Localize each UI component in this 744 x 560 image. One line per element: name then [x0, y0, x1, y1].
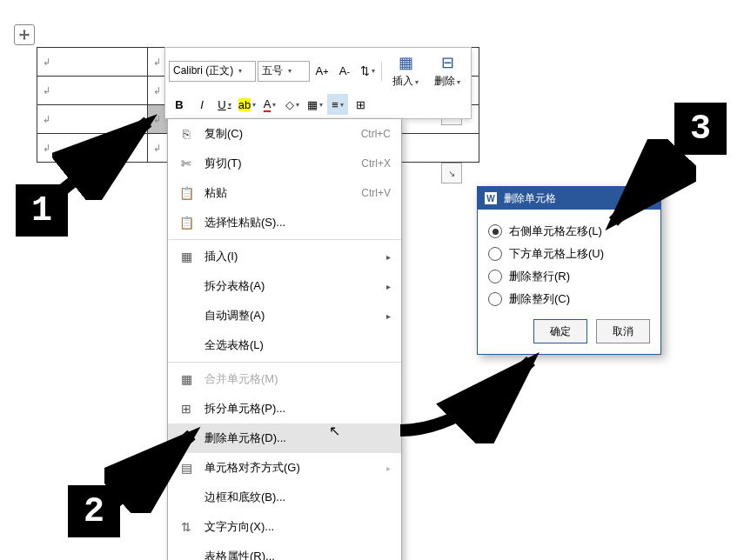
table-cell[interactable]: ↲ [37, 134, 148, 163]
underline-button[interactable]: U▾ [214, 94, 235, 115]
radio-icon [488, 224, 502, 238]
menu-select-table[interactable]: 全选表格(L) [168, 330, 401, 360]
context-menu: ⎘复制(C)Ctrl+C ✄剪切(T)Ctrl+X 📋粘贴Ctrl+V 📋选择性… [167, 118, 402, 560]
table-expand-button[interactable]: ↘ [441, 163, 462, 183]
table-move-handle[interactable] [14, 24, 35, 45]
table-cell[interactable]: ↲ [37, 77, 148, 105]
line-spacing-button[interactable]: ⇅▾ [357, 61, 378, 82]
menu-delete-cells[interactable]: ⊟删除单元格(D)... [168, 423, 401, 453]
delete-dropdown[interactable]: ⊟删除▾ [427, 51, 467, 90]
mini-toolbar: Calibri (正文)▾ 五号▾ A+ A- ⇅▾ ▦插入▾ ⊟删除▾ B I… [164, 47, 472, 119]
menu-merge-cells: ▦合并单元格(M) [168, 364, 401, 394]
highlight-button[interactable]: ab▾ [237, 94, 258, 115]
cancel-button[interactable]: 取消 [596, 319, 650, 343]
split-icon: ⊞ [178, 402, 194, 416]
menu-cut[interactable]: ✄剪切(T)Ctrl+X [168, 149, 401, 178]
menu-insert[interactable]: ▦插入(I)▸ [168, 242, 401, 271]
align-button[interactable]: ≡▾ [327, 94, 348, 115]
paste-icon: 📋 [178, 186, 194, 200]
delete-cell-icon: ⊟ [178, 431, 194, 445]
align-icon: ▤ [178, 461, 194, 475]
ok-button[interactable]: 确定 [533, 319, 587, 343]
menu-paste[interactable]: 📋粘贴Ctrl+V [168, 178, 401, 208]
italic-button[interactable]: I [191, 94, 212, 115]
step-marker-3: 3 [674, 103, 727, 155]
radio-shift-left[interactable]: 右侧单元格左移(L) [488, 220, 650, 243]
radio-icon [488, 247, 502, 261]
paste-special-icon: 📋 [178, 216, 194, 230]
radio-delete-col[interactable]: 删除整列(C) [488, 288, 650, 310]
menu-borders-shading[interactable]: 边框和底纹(B)... [168, 483, 401, 512]
font-size-selector[interactable]: 五号▾ [258, 61, 310, 82]
table-icon: ▦ [178, 250, 194, 263]
close-icon[interactable]: ✕ [636, 192, 654, 204]
copy-icon: ⎘ [178, 127, 194, 141]
font-selector[interactable]: Calibri (正文)▾ [169, 61, 256, 82]
annotation-arrow [392, 348, 548, 443]
grow-font-button[interactable]: A+ [312, 61, 332, 82]
shading-button[interactable]: ◇▾ [282, 94, 303, 115]
font-color-button[interactable]: A▾ [259, 94, 280, 115]
radio-delete-row[interactable]: 删除整行(R) [488, 265, 650, 288]
dialog-titlebar[interactable]: W 删除单元格 ✕ [478, 187, 660, 210]
step-marker-2: 2 [68, 485, 120, 537]
menu-split-table[interactable]: 拆分表格(A)▸ [168, 271, 401, 301]
menu-paste-special[interactable]: 📋选择性粘贴(S)... [168, 208, 401, 237]
menu-copy[interactable]: ⎘复制(C)Ctrl+C [168, 119, 401, 149]
dialog-title: 删除单元格 [504, 191, 556, 206]
shrink-font-button[interactable]: A- [334, 61, 355, 82]
insert-dropdown[interactable]: ▦插入▾ [385, 51, 426, 90]
step-marker-1: 1 [16, 184, 68, 237]
menu-separator [168, 362, 401, 363]
merge-cells-button[interactable]: ⊞ [350, 94, 371, 115]
delete-cells-dialog: W 删除单元格 ✕ 右侧单元格左移(L) 下方单元格上移(U) 删除整行(R) … [477, 186, 661, 355]
borders-button[interactable]: ▦▾ [305, 94, 325, 115]
radio-icon [488, 270, 502, 283]
menu-table-properties[interactable]: 表格属性(R)... [168, 542, 401, 560]
app-icon: W [485, 192, 497, 204]
merge-icon: ▦ [178, 372, 194, 386]
text-direction-icon: ⇅ [178, 520, 194, 534]
menu-autofit[interactable]: 自动调整(A)▸ [168, 301, 401, 330]
radio-icon [488, 292, 502, 306]
radio-shift-up[interactable]: 下方单元格上移(U) [488, 243, 650, 265]
cut-icon: ✄ [178, 157, 194, 170]
table-cell[interactable]: ↲ [37, 105, 148, 134]
menu-cell-alignment[interactable]: ▤单元格对齐方式(G)▸ [168, 453, 401, 483]
menu-split-cells[interactable]: ⊞拆分单元格(P)... [168, 394, 401, 423]
table-cell[interactable]: ↲ [37, 48, 148, 77]
bold-button[interactable]: B [169, 94, 190, 115]
menu-separator [168, 239, 401, 240]
menu-text-direction[interactable]: ⇅文字方向(X)... [168, 512, 401, 542]
